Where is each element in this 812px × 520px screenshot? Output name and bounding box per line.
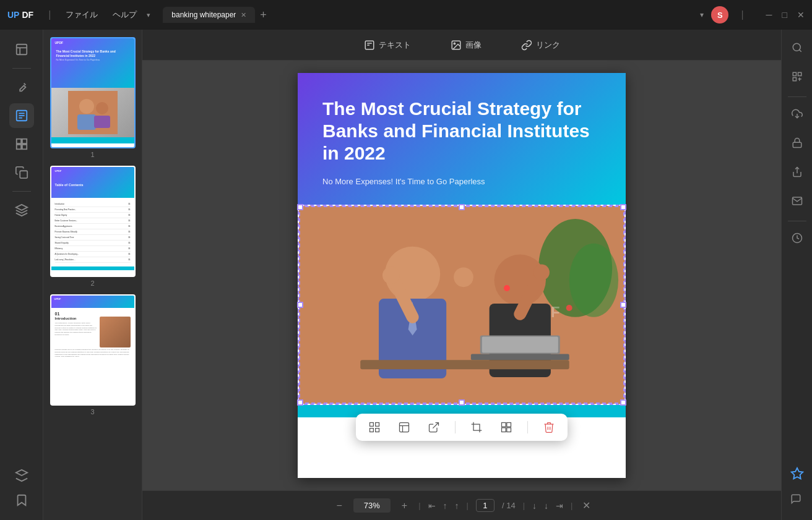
svg-rect-45 xyxy=(376,423,379,427)
float-layout-btn[interactable] xyxy=(395,419,413,436)
thumb3-image xyxy=(100,317,131,347)
sidebar-divider-1 xyxy=(12,68,31,69)
page-number-input[interactable] xyxy=(476,499,495,512)
right-ocr-btn[interactable] xyxy=(787,66,808,90)
right-mail-btn[interactable] xyxy=(787,190,808,215)
sidebar-icon-layers[interactable] xyxy=(9,198,34,223)
thumbnail-1[interactable]: UPDF The Most Crucial Strategy for Banks… xyxy=(48,37,137,158)
svg-rect-0 xyxy=(16,45,27,55)
float-replace-btn[interactable] xyxy=(498,419,515,436)
sidebar-icon-bookmark[interactable] xyxy=(9,488,34,513)
image-float-toolbar xyxy=(356,414,568,441)
thumb3-header: UPDF xyxy=(51,296,134,308)
thumb3-num: 01 xyxy=(55,312,131,316)
new-tab-btn[interactable]: + xyxy=(260,9,267,22)
go-last-btn[interactable]: ⇥ xyxy=(556,501,563,511)
close-toolbar-btn[interactable]: ✕ xyxy=(582,500,590,511)
page-main-image: F xyxy=(299,206,624,404)
toc-row-9: Efficiency04 xyxy=(55,246,131,252)
float-crop-btn[interactable] xyxy=(468,419,485,436)
tab-area: banking whitepaper ✕ + xyxy=(163,7,267,23)
sidebar-icon-grid[interactable] xyxy=(9,132,34,156)
thumb-frame-1[interactable]: UPDF The Most Crucial Strategy for Banks… xyxy=(50,37,136,148)
toc-row-3: Human Dignity04 xyxy=(55,213,131,218)
right-ai-btn[interactable] xyxy=(785,462,809,488)
app-logo[interactable]: UP DF xyxy=(7,10,33,20)
tab-dropdown-arrow[interactable]: ▾ xyxy=(147,11,150,19)
sidebar-icon-copy[interactable] xyxy=(9,160,34,185)
zoom-in-btn[interactable]: + xyxy=(398,498,411,514)
thumb-logo-1: UPDF xyxy=(55,41,64,45)
thumb-num-3: 3 xyxy=(90,408,94,416)
tab-label: banking whitepaper xyxy=(171,11,236,19)
go-next-btn[interactable]: ↓ xyxy=(544,501,548,511)
right-convert-btn[interactable] xyxy=(787,103,808,127)
main-content: UPDF The Most Crucial Strategy for Banks… xyxy=(0,30,812,520)
svg-point-36 xyxy=(533,264,550,280)
close-btn[interactable]: ✕ xyxy=(797,10,805,20)
window-dropdown[interactable]: ▾ xyxy=(700,11,704,19)
title-sep: | xyxy=(48,9,51,20)
sidebar-icon-stack[interactable] xyxy=(9,463,34,488)
svg-point-37 xyxy=(454,267,473,287)
zoom-level[interactable]: 73% xyxy=(353,498,391,513)
thumbnail-2[interactable]: UPDF Table of Contents Introduction04 Pr… xyxy=(48,166,137,287)
svg-rect-8 xyxy=(22,139,26,143)
right-save-btn[interactable] xyxy=(787,228,808,252)
page-image-container[interactable]: F xyxy=(298,205,626,405)
float-export-btn[interactable] xyxy=(425,419,443,436)
toc-row-11: Lock sorry | Resolution...04 xyxy=(55,257,131,263)
avatar[interactable]: S xyxy=(711,6,728,23)
thumb-frame-3[interactable]: UPDF 01 Introduction The contemporary, c… xyxy=(50,294,136,406)
toc-row-7: Saving Costs and Time04 xyxy=(55,235,131,241)
minimize-btn[interactable]: ─ xyxy=(766,10,772,20)
float-align-btn[interactable] xyxy=(366,419,383,436)
svg-rect-54 xyxy=(502,428,506,432)
svg-marker-12 xyxy=(15,205,27,210)
pdf-scroll-area[interactable]: The Most Crucial Strategy for Banks and … xyxy=(142,61,781,490)
thumb1-footer xyxy=(51,137,134,143)
zoom-out-btn[interactable]: − xyxy=(333,498,346,514)
toc-row-10: A Questions for Developing...04 xyxy=(55,252,131,257)
go-first-btn[interactable]: ⇤ xyxy=(428,501,436,511)
menu-file[interactable]: ファイル xyxy=(61,7,103,23)
thumb3-logo: UPDF xyxy=(54,297,61,300)
go-prev-btn[interactable]: ↑ xyxy=(443,501,447,511)
thumb-frame-2[interactable]: UPDF Table of Contents Introduction04 Pr… xyxy=(50,166,136,277)
right-chat-btn[interactable] xyxy=(785,488,809,513)
thumbnail-3[interactable]: UPDF 01 Introduction The contemporary, c… xyxy=(48,294,137,416)
scroll-down-btn[interactable]: ↓ xyxy=(532,501,537,511)
zoom-toolbar: − 73% + | ⇤ ↑ ↑ | / 14 | ↓ ↓ ⇥ | ✕ xyxy=(142,490,781,520)
sidebar-icon-pen[interactable] xyxy=(9,75,34,100)
svg-rect-41 xyxy=(360,360,569,369)
thumb-num-1: 1 xyxy=(90,151,94,158)
float-delete-btn[interactable] xyxy=(540,419,558,436)
svg-marker-13 xyxy=(15,470,27,475)
thumb1-title: The Most Crucial Strategy for Banks and … xyxy=(56,49,129,58)
scroll-up-btn[interactable]: ↑ xyxy=(455,501,459,511)
right-share-btn[interactable] xyxy=(787,161,808,185)
svg-rect-53 xyxy=(507,423,511,427)
tab-close-btn[interactable]: ✕ xyxy=(241,11,246,19)
toc-row-8: Shared Empathy04 xyxy=(55,241,131,246)
text-edit-btn[interactable]: テキスト xyxy=(356,36,418,54)
sidebar-icon-edit[interactable] xyxy=(9,103,34,128)
zoom-sep-4: | xyxy=(571,501,572,510)
svg-point-27 xyxy=(569,244,618,317)
titlebar: UP DF | ファイル ヘルプ ▾ banking whitepaper ✕ … xyxy=(0,0,812,30)
sidebar-icon-reader[interactable] xyxy=(9,37,34,62)
toc-row-1: Introduction04 xyxy=(55,202,131,207)
thumb2-logo: UPDF xyxy=(55,169,62,173)
image-edit-btn[interactable]: 画像 xyxy=(443,36,489,54)
active-tab[interactable]: banking whitepaper ✕ xyxy=(163,7,255,23)
right-search-btn[interactable] xyxy=(787,37,808,61)
link-edit-btn[interactable]: リンク xyxy=(514,36,568,54)
maximize-btn[interactable]: □ xyxy=(782,10,787,20)
svg-rect-59 xyxy=(798,72,801,75)
right-protect-btn[interactable] xyxy=(787,132,808,156)
text-btn-label: テキスト xyxy=(379,40,411,51)
thumbnail-panel: UPDF The Most Crucial Strategy for Banks… xyxy=(43,30,142,520)
page-main-title: The Most Crucial Strategy for Banks and … xyxy=(322,98,601,164)
svg-point-32 xyxy=(382,266,400,284)
menu-help[interactable]: ヘルプ xyxy=(108,7,142,23)
